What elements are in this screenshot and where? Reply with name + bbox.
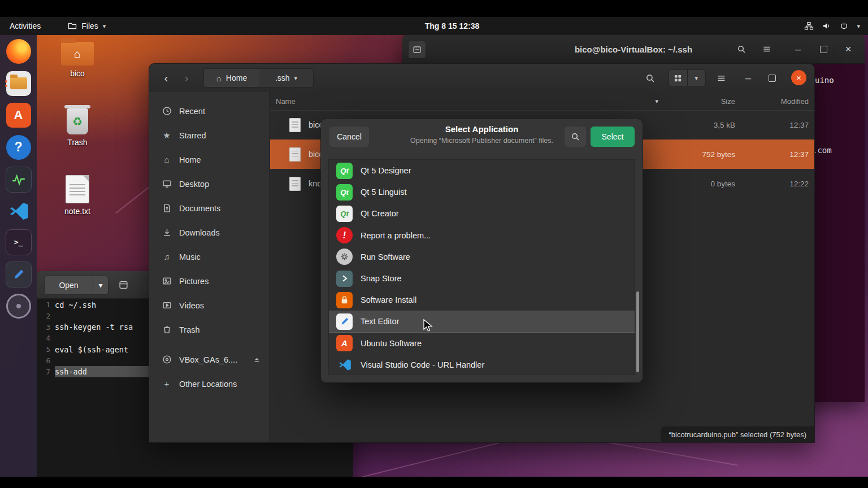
app-row-qt5-designer[interactable]: Qt Qt 5 Designer [329,160,635,181]
app-label: Report a problem... [361,231,431,240]
back-button[interactable]: ‹ [158,70,174,86]
app-row-software-install[interactable]: Software Install [329,289,635,311]
sidebar-item-recent[interactable]: Recent [149,99,269,123]
terminal-output-fragment: uino [815,76,834,85]
letterbox-bottom [0,477,868,488]
new-tab-button[interactable] [116,278,131,291]
desktop-icon-note[interactable]: note.txt [50,175,105,216]
app-row-snap-store[interactable]: Snap Store [329,268,635,289]
activities-button[interactable]: Activities [10,21,41,30]
home-icon: ⌂ [162,155,172,164]
snap-store-icon [336,271,353,287]
sidebar-item-desktop[interactable]: Desktop [149,172,269,196]
open-button[interactable]: Open ▾ [44,276,108,295]
sidebar-item-documents[interactable]: Documents [149,196,269,220]
documents-icon [162,203,172,213]
run-software-icon [336,249,353,265]
path-ssh-button[interactable]: .ssh ▾ [259,68,314,88]
app-row-run-software[interactable]: Run Software [329,246,635,268]
vscode-launcher[interactable] [5,197,32,225]
select-button[interactable]: Select [591,127,635,147]
column-header-size[interactable]: Size [667,97,735,106]
sidebar-item-videos[interactable]: Videos [149,293,269,317]
select-application-dialog: Select Application Opening “Microsoft Pu… [320,119,643,383]
app-menu-files[interactable]: Files ▾ [68,21,106,30]
software-install-icon [336,292,353,308]
app-label: Run Software [361,252,410,262]
forward-button[interactable]: › [179,70,194,86]
eject-button[interactable] [253,355,261,364]
ubuntu-software-launcher[interactable]: A [5,101,32,129]
sidebar-item-downloads[interactable]: Downloads [149,220,269,245]
terminal-close-button[interactable]: × [841,42,856,56]
terminal-launcher[interactable]: >_ [5,228,32,256]
firefox-launcher[interactable] [5,37,32,65]
chevron-down-icon: ▾ [294,75,298,82]
cancel-button[interactable]: Cancel [329,127,369,147]
qt-creator-icon: Qt [336,206,353,222]
sidebar-item-home[interactable]: ⌂ Home [149,147,269,172]
list-header: Name ▾ Size Modified [270,92,814,111]
app-row-ubuntu-software[interactable]: A Ubuntu Software [329,333,635,354]
terminal-menu-button[interactable] [760,42,774,56]
sidebar-item-pictures[interactable]: Pictures [149,269,269,293]
files-search-button[interactable] [641,69,658,86]
sidebar-label: Other Locations [179,380,237,389]
desktop-icon-bico[interactable]: ⌂ bico [50,42,105,78]
system-tray[interactable]: ▾ [804,21,860,30]
sidebar-label: VBox_GAs_6.... [179,355,237,364]
sidebar-item-vbox-cd[interactable]: VBox_GAs_6.... [149,347,269,372]
sidebar-label: Music [179,252,201,262]
help-launcher[interactable]: ? [5,133,32,161]
dialog-search-button[interactable] [565,127,586,147]
clock-button[interactable]: Thg 8 15 12:38 [425,21,480,30]
view-options-button[interactable]: ▾ [687,70,706,86]
disc-icon [162,355,172,364]
power-icon [840,21,848,30]
column-label: Modified [781,97,809,106]
text-editor-launcher[interactable] [5,260,32,288]
eject-icon [253,355,261,364]
terminal-minimize-button[interactable]: – [791,42,805,56]
files-launcher[interactable] [5,69,32,97]
app-row-qt5-linguist[interactable]: Qt Qt 5 Linguist [329,181,635,203]
column-header-modified[interactable]: Modified [735,97,814,106]
grid-view-button[interactable] [669,70,687,86]
music-icon: ♫ [162,252,172,262]
running-indicator [5,85,7,87]
grid-view-icon [674,74,682,82]
files-minimize-button[interactable]: – [741,71,756,85]
home-icon: ⌂ [216,73,222,83]
sidebar-item-starred[interactable]: ★ Starred [149,123,269,147]
firefox-icon [6,39,31,64]
column-header-name[interactable]: Name ▾ [270,97,667,106]
terminal-search-button[interactable] [734,42,749,56]
sidebar-label: Trash [179,325,200,334]
app-row-report-problem[interactable]: ! Report a problem... [329,225,635,246]
recycle-icon: ♻ [72,115,83,128]
minimize-icon: – [745,72,751,84]
files-close-button[interactable]: × [791,70,806,85]
desktop-icon-trash[interactable]: ♻ Trash [50,108,105,147]
pictures-icon [162,276,172,286]
sidebar-item-music[interactable]: ♫ Music [149,245,269,269]
log-viewer-launcher[interactable] [5,165,32,193]
hamburger-menu-icon [762,45,771,54]
sidebar-item-trash[interactable]: Trash [149,317,269,342]
chevron-down-icon: ▾ [103,23,106,30]
terminal-maximize-button[interactable] [816,42,831,56]
files-menu-button[interactable] [713,69,730,86]
path-home-button[interactable]: ⌂ Home [203,68,260,88]
app-row-vscode-url-handler[interactable]: Visual Studio Code - URL Handler [329,354,635,375]
scrollbar-thumb[interactable] [636,291,639,372]
app-row-qt-creator[interactable]: Qt Qt Creator [329,203,635,224]
app-label: Text Editor [361,317,400,326]
line-number: 3 [37,323,55,332]
files-maximize-button[interactable] [765,71,779,85]
screenshot-tool-launcher[interactable] [5,292,32,320]
file-size: 0 bytes [667,180,735,188]
sidebar-item-other-locations[interactable]: + Other Locations [149,372,269,396]
line-number: 6 [37,356,55,365]
app-row-text-editor[interactable]: Text Editor [329,311,635,332]
screenshot-tool-icon [6,294,31,319]
